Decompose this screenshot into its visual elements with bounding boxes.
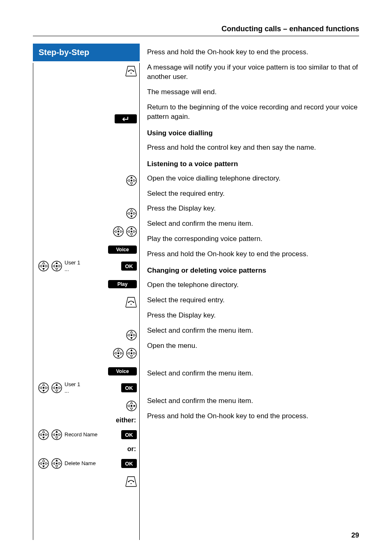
section-header: Conducting calls – enhanced functions xyxy=(33,25,359,33)
instruction-text: Press and hold the control key and then … xyxy=(147,143,359,153)
on-hook-key-icon xyxy=(125,297,137,308)
or-label: or: xyxy=(36,445,137,453)
control-key-down-icon xyxy=(38,429,49,440)
voice-softkey: Voice xyxy=(108,367,137,375)
on-hook-key-icon xyxy=(125,476,137,487)
ok-key: OK xyxy=(121,262,137,271)
subheading: Changing or deleting voice patterns xyxy=(147,266,359,275)
control-key-down-icon xyxy=(38,382,49,393)
instruction-text: Select and confirm the menu item. xyxy=(147,219,359,229)
ellipsis: ... xyxy=(65,388,116,394)
menu-item-delete-name: Delete Name xyxy=(65,461,116,466)
instruction-text: Press and hold the On-hook key to end th… xyxy=(147,48,359,57)
instruction-text: Select and confirm the menu item. xyxy=(147,369,359,378)
menu-item-user1: User 1 xyxy=(65,260,116,266)
control-key-up-icon xyxy=(51,458,62,469)
control-key-up-icon xyxy=(51,382,62,393)
ellipsis: ... xyxy=(65,266,116,272)
on-hook-key-icon xyxy=(125,66,137,76)
instruction-text: Return to the beginning of the voice rec… xyxy=(147,103,359,122)
instruction-text: Select the required entry. xyxy=(147,189,359,199)
instruction-text: Press and hold the On-hook key to end th… xyxy=(147,412,359,421)
instruction-text: Open the voice dialling telephone direct… xyxy=(147,174,359,183)
ok-key: OK xyxy=(121,459,137,468)
control-key-up-icon xyxy=(126,226,137,237)
instruction-text: Select and confirm the menu item. xyxy=(147,326,359,336)
control-key-down-icon xyxy=(126,330,137,341)
page-number: 29 xyxy=(351,531,359,540)
control-key-down-icon xyxy=(113,348,124,359)
ok-key: OK xyxy=(121,430,137,439)
instruction-text: Open the telephone directory. xyxy=(147,280,359,290)
step-column: Step-by-Step xyxy=(33,44,140,540)
control-key-down-icon xyxy=(126,208,137,219)
subheading: Listening to a voice pattern xyxy=(147,160,359,168)
play-softkey: Play xyxy=(108,280,137,288)
instruction-text: Press and hold the On-hook key to end th… xyxy=(147,250,359,259)
page: Conducting calls – enhanced functions St… xyxy=(0,0,392,556)
control-key-up-icon xyxy=(126,348,137,359)
instruction-text: Open the menu. xyxy=(147,341,359,351)
either-label: either: xyxy=(36,417,137,424)
menu-item-record-name: Record Name xyxy=(65,432,116,438)
control-key-up-icon xyxy=(126,175,137,186)
control-key-up-icon xyxy=(51,261,62,271)
control-key-right-icon xyxy=(126,401,137,411)
instruction-text: Play the corresponding voice pattern. xyxy=(147,234,359,244)
instruction-text: The message will end. xyxy=(147,88,359,97)
instruction-text: A message will notify you if your voice … xyxy=(147,63,359,82)
instruction-text: Press the Display key. xyxy=(147,204,359,213)
instruction-text: Select and confirm the menu item. xyxy=(147,396,359,406)
menu-item-user1: User 1 xyxy=(65,382,116,387)
return-key-icon xyxy=(115,114,137,123)
instruction-column: Press and hold the On-hook key to end th… xyxy=(140,44,359,427)
control-key-down-icon xyxy=(38,458,49,469)
control-key-up-icon xyxy=(51,429,62,440)
voice-softkey: Voice xyxy=(108,246,137,254)
subheading: Using voice dialling xyxy=(147,129,359,137)
instruction-text: Select the required entry. xyxy=(147,296,359,305)
header-rule xyxy=(33,36,359,36)
step-banner: Step-by-Step xyxy=(33,44,140,61)
ok-key: OK xyxy=(121,383,137,392)
instruction-text: Press the Display key. xyxy=(147,311,359,320)
control-key-down-icon xyxy=(38,261,49,271)
control-key-down-icon xyxy=(113,226,124,237)
